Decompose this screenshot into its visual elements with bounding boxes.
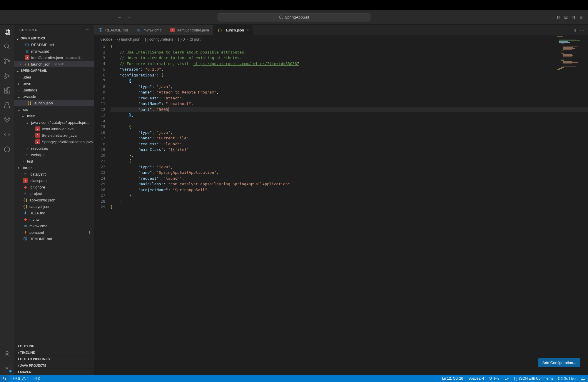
sidebar-more-icon[interactable]: ⋯ <box>86 28 90 32</box>
file-item[interactable]: J.classpath <box>14 177 94 184</box>
breadcrumb-item[interactable]: ⊡ port <box>190 37 201 41</box>
file-item[interactable]: ⬇pom.xml1 <box>14 229 94 236</box>
explorer-icon[interactable] <box>3 28 11 36</box>
folder-item[interactable]: ›.idea <box>14 74 94 80</box>
go-live-button[interactable]: Go Live <box>558 376 576 381</box>
toggle-panel-right-icon[interactable]: ◨ <box>572 15 575 19</box>
extensions-icon[interactable] <box>3 86 11 95</box>
folder-item[interactable]: ⌄src <box>14 106 94 113</box>
file-item[interactable]: ⊞mvnw.cmd <box>14 223 94 229</box>
svg-line-1 <box>282 18 283 19</box>
indentation-status[interactable]: Spaces: 4 <box>468 376 484 381</box>
panel-section-header[interactable]: ⌄MAVEN <box>14 368 94 375</box>
accounts-icon[interactable] <box>3 350 11 358</box>
command-center[interactable]: SpringAppSail <box>218 13 370 21</box>
file-item[interactable]: { }catalyst.json <box>14 203 94 210</box>
minimap[interactable] <box>556 35 588 71</box>
gitlab-icon[interactable] <box>3 116 11 124</box>
nav-forward-icon[interactable]: → <box>127 15 131 19</box>
sidebar: EXPLORER ⋯ ⌄ OPEN EDITORS ⓘREADME.md⊞mvn… <box>14 25 94 375</box>
run-debug-icon[interactable] <box>3 72 11 80</box>
svg-point-18 <box>6 367 8 369</box>
file-item[interactable]: { }launch.json <box>14 100 94 106</box>
power-icon[interactable] <box>3 145 11 154</box>
editor-body[interactable]: 1234567891011121314151617181920212223242… <box>94 43 588 375</box>
breadcrumb[interactable]: .vscode›{} launch.json›[ ] configuration… <box>94 35 588 43</box>
split-editor-icon[interactable]: ◫ <box>572 28 576 32</box>
notifications-icon[interactable] <box>581 376 585 381</box>
more-actions-icon[interactable]: ⋯ <box>580 28 584 32</box>
editor-tab[interactable]: JItemController.java <box>166 25 213 35</box>
open-editors-header[interactable]: ⌄ OPEN EDITORS <box>14 35 94 41</box>
editor-area: ⓘREADME.md⊞mvnw.cmdJItemController.java{… <box>94 25 588 375</box>
svg-rect-11 <box>4 88 7 90</box>
toggle-panel-left-icon[interactable]: ◧ <box>557 15 560 19</box>
folder-item[interactable]: ›.settings <box>14 87 94 93</box>
tabs: ⓘREADME.md⊞mvnw.cmdJItemController.java{… <box>94 25 588 35</box>
ports-status[interactable]: 0 <box>33 376 40 381</box>
encoding-status[interactable]: UTF-8 <box>490 376 500 381</box>
source-control-icon[interactable] <box>3 57 11 65</box>
file-item[interactable]: ◆.gitignore <box>14 184 94 190</box>
chevron-down-icon: ⌄ <box>15 36 20 41</box>
folder-item[interactable]: ›target <box>14 164 94 171</box>
sidebar-title: EXPLORER <box>19 28 38 32</box>
svg-point-6 <box>5 59 6 60</box>
svg-point-10 <box>4 76 6 79</box>
settings-gear-icon[interactable]: 1 <box>3 364 11 372</box>
folder-item[interactable]: ›.mvn <box>14 80 94 87</box>
remote-indicator[interactable] <box>0 375 9 382</box>
toggle-panel-bottom-icon[interactable]: ⬓ <box>564 15 568 19</box>
folder-item[interactable]: ⌄.vscode <box>14 93 94 100</box>
panel-section-header[interactable]: ⌄GITLAB PIPELINES <box>14 356 94 362</box>
nav-back-icon[interactable]: ← <box>118 15 121 19</box>
search-nav-icon[interactable] <box>3 42 11 51</box>
project-header[interactable]: ⌄ SPRINGAPPSAIL <box>14 67 94 74</box>
file-item[interactable]: JServletInitializer.java <box>14 132 94 139</box>
open-editor-item[interactable]: ×{ }launch.json.vscode <box>14 61 94 67</box>
svg-point-8 <box>8 61 10 62</box>
folder-item[interactable]: ›resources <box>14 145 94 151</box>
svg-point-4 <box>4 44 9 48</box>
file-item[interactable]: JItemController.java <box>14 126 94 132</box>
file-item[interactable]: ⬇HELP.md <box>14 210 94 216</box>
editor-tab[interactable]: { }launch.json× <box>213 25 253 35</box>
customize-layout-icon[interactable]: ⊞ <box>579 15 583 19</box>
add-configuration-button[interactable]: Add Configuration... <box>538 358 580 367</box>
file-item[interactable]: ≡.catalystrc <box>14 171 94 177</box>
editor-tab[interactable]: ⓘREADME.md <box>94 25 132 35</box>
file-item[interactable]: { }app-config.json <box>14 197 94 203</box>
editor-tab[interactable]: ⊞mvnw.cmd <box>132 25 166 35</box>
eol-status[interactable]: LF <box>505 376 509 381</box>
file-item[interactable]: JSpringAppSailApplication.java <box>14 139 94 145</box>
open-editor-item[interactable]: ⓘREADME.md <box>14 41 94 48</box>
breadcrumb-item[interactable]: {} launch.json <box>117 37 140 41</box>
file-item[interactable]: ⓘREADME.md <box>14 236 94 242</box>
folder-item[interactable]: ›test <box>14 158 94 164</box>
open-editor-item[interactable]: ⊞mvnw.cmd <box>14 48 94 54</box>
folder-item[interactable]: ⌄main <box>14 113 94 119</box>
cursor-position[interactable]: Ln 12, Col 26 <box>442 376 463 381</box>
svg-point-17 <box>6 351 8 354</box>
folder-item[interactable]: ›webapp <box>14 151 94 158</box>
code-content[interactable]: { // Use IntelliSense to learn about pos… <box>111 43 588 375</box>
problems-status[interactable]: 0 1 <box>13 376 29 381</box>
file-item[interactable]: ◆mvnw <box>14 216 94 223</box>
testing-icon[interactable] <box>3 101 11 109</box>
svg-rect-3 <box>6 30 10 35</box>
file-item[interactable]: ≡.project <box>14 190 94 197</box>
panel-section-header[interactable]: ⌄JAVA PROJECTS <box>14 362 94 368</box>
panel-section-header[interactable]: ⌄OUTLINE <box>14 343 94 349</box>
language-mode[interactable]: { } JSON with Comments <box>514 376 553 381</box>
close-tab-icon[interactable]: × <box>246 28 249 32</box>
folder-item[interactable]: ⌄java / com / catalyst / appsailspri... <box>14 119 94 126</box>
remote-icon[interactable] <box>3 131 11 139</box>
breadcrumb-item[interactable]: .vscode <box>99 37 113 41</box>
open-editor-item[interactable]: JItemController.javasrc/main/j... <box>14 54 94 61</box>
search-text: SpringAppSail <box>285 15 309 19</box>
svg-point-24 <box>560 378 561 379</box>
breadcrumb-item[interactable]: [ ] configurations <box>145 37 173 41</box>
breadcrumb-item[interactable]: { } 0 <box>178 37 185 41</box>
svg-point-7 <box>5 62 6 64</box>
panel-section-header[interactable]: ⌄TIMELINE <box>14 349 94 356</box>
